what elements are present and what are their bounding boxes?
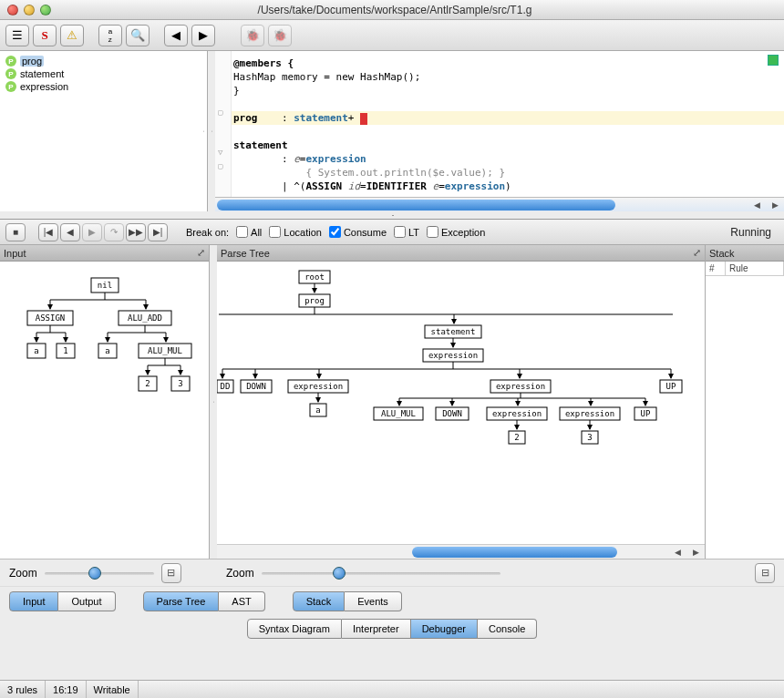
tree-layout-icon[interactable]: ⊟ — [755, 563, 775, 583]
status-cursor-pos: 16:19 — [46, 681, 87, 698]
parser-rule-icon: P — [5, 81, 16, 92]
tab-syntax-diagram[interactable]: Syntax Diagram — [247, 619, 342, 639]
events-tab-button[interactable]: Events — [345, 591, 402, 611]
break-location-checkbox[interactable]: Location — [269, 226, 322, 238]
svg-text:root: root — [304, 272, 325, 282]
break-exception-checkbox[interactable]: Exception — [427, 226, 485, 238]
vertical-splitter[interactable]: ··· — [208, 51, 215, 211]
zoom-label: Zoom — [9, 567, 37, 580]
tab-console[interactable]: Console — [478, 619, 537, 639]
close-window-button[interactable] — [7, 5, 18, 15]
input-tab-button[interactable]: Input — [9, 591, 58, 611]
svg-text:ALU_MUL: ALU_MUL — [148, 346, 182, 355]
break-lt-checkbox[interactable]: LT — [394, 226, 419, 238]
svg-text:DD: DD — [221, 382, 231, 391]
parser-rule-icon: P — [5, 56, 16, 67]
parse-tree-horizontal-scrollbar[interactable]: ◀▶ — [217, 544, 705, 559]
svg-text:a: a — [315, 405, 320, 415]
output-tab-button[interactable]: Output — [58, 591, 115, 611]
window-title: /Users/take/Documents/workspace/AntlrSam… — [51, 4, 784, 16]
svg-text:a: a — [105, 346, 109, 355]
titlebar: /Users/take/Documents/workspace/AntlrSam… — [0, 0, 784, 20]
svg-text:ASSIGN: ASSIGN — [36, 313, 66, 323]
svg-text:DOWN: DOWN — [442, 409, 462, 418]
tab-debugger[interactable]: Debugger — [411, 619, 478, 639]
bug-forward-button[interactable]: 🐞 — [268, 25, 292, 46]
nav-forward-button[interactable]: ▶ — [191, 25, 215, 46]
debug-toolbar: ■ |◀ ◀ ▶ ↷ ▶▶ ▶| Break on: All Location … — [0, 220, 784, 245]
svg-text:UP: UP — [641, 409, 651, 418]
rule-item-expression[interactable]: P expression — [2, 80, 205, 93]
input-zoom-slider[interactable] — [45, 567, 154, 580]
stack-table[interactable]: # Rule — [706, 262, 784, 559]
input-panel-header: Input ⤢ — [0, 245, 209, 262]
toggle-tree-icon[interactable]: ☰ — [5, 25, 29, 46]
find-button[interactable]: 🔍 — [126, 25, 150, 46]
status-mode: Writable — [87, 681, 139, 698]
step-over-button[interactable]: ↷ — [104, 223, 124, 241]
main-toolbar: ☰ S ⚠ az 🔍 ◀ ▶ 🐞 🐞 — [0, 20, 784, 51]
nav-back-button[interactable]: ◀ — [164, 25, 188, 46]
debug-status: Running — [730, 226, 779, 239]
svg-text:expression: expression — [492, 409, 542, 418]
status-rule-count: 3 rules — [0, 681, 46, 698]
rewind-button[interactable]: |◀ — [38, 223, 58, 241]
go-to-end-button[interactable]: ▶| — [148, 223, 168, 241]
svg-text:UP: UP — [666, 382, 676, 391]
ruler-button[interactable]: az — [98, 25, 122, 46]
play-button[interactable]: ▶ — [82, 223, 102, 241]
ast-tab-button[interactable]: AST — [219, 591, 264, 611]
status-bar: 3 rules 16:19 Writable — [0, 680, 784, 698]
svg-text:2: 2 — [145, 379, 150, 388]
svg-text:2: 2 — [514, 433, 519, 442]
svg-text:expression: expression — [565, 409, 614, 418]
zoom-label: Zoom — [226, 567, 254, 580]
rule-item-prog[interactable]: P prog — [2, 55, 205, 67]
step-back-button[interactable]: ◀ — [60, 223, 80, 241]
fast-forward-button[interactable]: ▶▶ — [126, 223, 146, 241]
svg-text:expression: expression — [428, 351, 478, 360]
zoom-window-button[interactable] — [40, 5, 51, 15]
svg-text:expression: expression — [294, 382, 343, 391]
break-on-label: Break on: — [186, 227, 229, 238]
rule-list[interactable]: P prog P statement P expression — [0, 51, 208, 211]
grammar-editor[interactable]: ▢ ▽ ▢ @members { HashMap memory = new Ha… — [215, 51, 784, 197]
svg-text:statement: statement — [431, 327, 476, 336]
warnings-button[interactable]: ⚠ — [60, 25, 84, 46]
parse-tree-tab-button[interactable]: Parse Tree — [143, 591, 220, 611]
svg-text:a: a — [34, 346, 38, 355]
editor-horizontal-scrollbar[interactable]: ◀▶ — [215, 197, 784, 211]
svg-text:3: 3 — [178, 379, 182, 388]
break-consume-checkbox[interactable]: Consume — [329, 226, 387, 238]
parse-zoom-slider[interactable] — [262, 567, 501, 580]
minimize-window-button[interactable] — [24, 5, 35, 15]
stack-panel-header: Stack — [706, 245, 784, 262]
svg-text:ALU_ADD: ALU_ADD — [128, 313, 162, 323]
text-cursor — [360, 113, 367, 125]
bug-button[interactable]: 🐞 — [241, 25, 264, 46]
vertical-splitter[interactable]: ··· — [210, 245, 217, 559]
parse-tree-view[interactable]: root prog statement expression DD DOWN e… — [217, 262, 705, 559]
bottom-tabs: Syntax Diagram Interpreter Debugger Cons… — [0, 615, 784, 642]
parse-tree-panel-header: Parse Tree ⤢ — [217, 245, 705, 262]
svg-text:expression: expression — [496, 382, 545, 391]
expand-icon[interactable]: ⤢ — [693, 247, 701, 259]
syntax-button[interactable]: S — [33, 25, 57, 46]
svg-text:3: 3 — [587, 433, 592, 442]
break-all-checkbox[interactable]: All — [236, 226, 262, 238]
rule-item-statement[interactable]: P statement — [2, 67, 205, 80]
svg-text:1: 1 — [63, 346, 67, 355]
tab-interpreter[interactable]: Interpreter — [342, 619, 411, 639]
horizontal-splitter[interactable]: · · · — [0, 211, 784, 219]
tree-layout-icon[interactable]: ⊟ — [161, 563, 181, 583]
svg-text:prog: prog — [304, 296, 325, 305]
expand-icon[interactable]: ⤢ — [197, 247, 205, 259]
stop-button[interactable]: ■ — [5, 223, 26, 241]
parser-rule-icon: P — [5, 68, 16, 79]
svg-text:nil: nil — [98, 281, 112, 290]
svg-text:DOWN: DOWN — [246, 382, 266, 391]
svg-text:ALU_MUL: ALU_MUL — [381, 409, 416, 418]
input-tree-view[interactable]: nil ASSIGN a 1 ALU_ADD a — [0, 262, 209, 559]
stack-tab-button[interactable]: Stack — [293, 591, 346, 611]
